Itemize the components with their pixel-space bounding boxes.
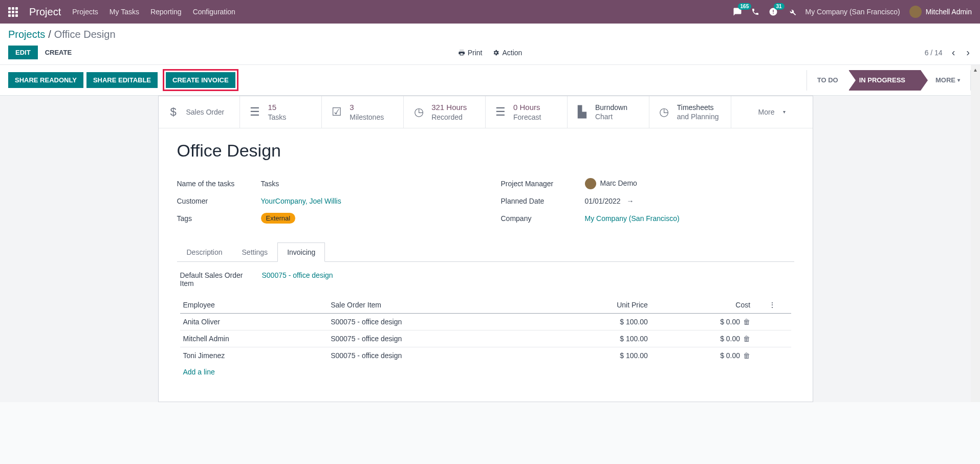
add-line-button[interactable]: Add a line [180, 364, 218, 380]
stat-tasks[interactable]: ☰ 15Tasks [240, 96, 322, 128]
value-company[interactable]: My Company (San Francisco) [585, 214, 794, 223]
stat-burndown-chart[interactable]: ▙ BurndownChart [568, 96, 649, 128]
invoicing-table: Employee Sale Order Item Unit Price Cost… [180, 297, 791, 364]
messages-count: 165 [738, 3, 752, 10]
action-bar-center: Print Action [458, 49, 522, 57]
tabs: Description Settings Invoicing [177, 242, 794, 262]
label-customer: Customer [177, 197, 261, 205]
trash-icon[interactable]: 🗑 [743, 335, 750, 343]
col-options[interactable]: ⋮ [753, 297, 791, 314]
stat-timesheets-planning[interactable]: ◷ Timesheetsand Planning [649, 96, 731, 128]
apps-icon[interactable] [8, 7, 18, 17]
form-sheet: $ Sales Order ☰ 15Tasks ☑ 3Milestones ◷ … [158, 96, 813, 402]
label-company: Company [501, 214, 585, 223]
value-name-tasks: Tasks [261, 180, 470, 188]
edit-button[interactable]: EDIT [8, 46, 38, 59]
company-selector[interactable]: My Company (San Francisco) [805, 8, 900, 16]
share-readonly-button[interactable]: SHARE READONLY [8, 72, 83, 88]
chart-icon: ▙ [576, 105, 589, 119]
col-employee: Employee [180, 297, 328, 314]
clock-icon: ◷ [412, 105, 425, 119]
clock-icon: ◷ [658, 105, 671, 119]
phone-icon[interactable] [751, 8, 759, 16]
top-navbar: Project Projects My Tasks Reporting Conf… [0, 0, 980, 24]
label-default-so-item: Default Sales Order Item [180, 271, 257, 288]
trash-icon[interactable]: 🗑 [743, 351, 750, 360]
user-name: Mitchell Admin [926, 8, 972, 16]
table-row[interactable]: Mitchell Admin S00075 - office design $ … [180, 330, 791, 347]
value-customer[interactable]: YourCompany, Joel Willis [261, 197, 470, 205]
forecast-icon: ☰ [494, 105, 507, 119]
nav-configuration[interactable]: Configuration [193, 8, 235, 16]
activity-count: 31 [774, 3, 785, 10]
status-bar: TO DO IN PROGRESS MORE [807, 70, 971, 91]
stat-buttons: $ Sales Order ☰ 15Tasks ☑ 3Milestones ◷ … [159, 96, 813, 128]
value-project-manager[interactable]: Marc Demo [585, 178, 794, 189]
nav-my-tasks[interactable]: My Tasks [110, 8, 139, 16]
action-bar: EDIT CREATE Print Action 6 / 14 ‹ › [0, 40, 980, 65]
tab-settings[interactable]: Settings [232, 242, 278, 261]
breadcrumb-bar: Projects / Office Design [0, 24, 980, 40]
trash-icon[interactable]: 🗑 [743, 318, 750, 326]
status-todo[interactable]: TO DO [807, 70, 849, 91]
breadcrumb: Projects / Office Design [8, 29, 972, 40]
nav-reporting[interactable]: Reporting [150, 8, 182, 16]
action-bar-right: 6 / 14 ‹ › [925, 47, 972, 58]
share-editable-button[interactable]: SHARE EDITABLE [86, 72, 158, 88]
create-button[interactable]: CREATE [45, 49, 72, 56]
stat-sales-order[interactable]: $ Sales Order [159, 96, 241, 128]
value-planned-date[interactable]: 01/01/2022 → [585, 197, 794, 205]
scroll-up-icon[interactable]: ▲ [971, 65, 980, 74]
gear-icon [492, 49, 499, 56]
pager-next-button[interactable]: › [964, 47, 972, 58]
activity-icon[interactable]: 31 [769, 7, 778, 16]
avatar-icon [585, 178, 596, 189]
value-default-so-item[interactable]: S00075 - office design [262, 271, 333, 279]
label-project-manager: Project Manager [501, 180, 585, 188]
create-invoice-button[interactable]: CREATE INVOICE [166, 72, 235, 88]
col-cost: Cost [651, 297, 753, 314]
create-invoice-highlight: CREATE INVOICE [163, 69, 238, 91]
label-planned-date: Planned Date [501, 197, 585, 205]
tab-pane-invoicing: Default Sales Order Item S00075 - office… [177, 262, 794, 389]
breadcrumb-projects[interactable]: Projects [8, 29, 45, 40]
tag-external[interactable]: External [261, 213, 296, 224]
nav-projects[interactable]: Projects [72, 8, 98, 16]
print-button[interactable]: Print [458, 49, 483, 57]
stat-more[interactable]: More [731, 96, 813, 128]
status-more[interactable]: MORE [921, 70, 971, 91]
col-unit-price: Unit Price [546, 297, 651, 314]
stat-hours-forecast[interactable]: ☰ 0 HoursForecast [486, 96, 568, 128]
navbar-right: 165 31 My Company (San Francisco) Mitche… [733, 6, 972, 18]
app-name[interactable]: Project [29, 6, 61, 18]
table-row[interactable]: Toni Jimenez S00075 - office design $ 10… [180, 347, 791, 364]
tasks-icon: ☰ [248, 105, 262, 119]
status-in-progress[interactable]: IN PROGRESS [849, 70, 921, 91]
tab-description[interactable]: Description [177, 242, 232, 261]
table-row[interactable]: Anita Oliver S00075 - office design $ 10… [180, 313, 791, 330]
arrow-right-icon: → [626, 197, 634, 205]
col-sale-order-item: Sale Order Item [328, 297, 546, 314]
label-tags: Tags [177, 214, 261, 223]
stat-hours-recorded[interactable]: ◷ 321 HoursRecorded [404, 96, 486, 128]
messages-icon[interactable]: 165 [733, 7, 742, 16]
stat-milestones[interactable]: ☑ 3Milestones [322, 96, 404, 128]
check-icon: ☑ [330, 105, 343, 119]
tab-invoicing[interactable]: Invoicing [277, 242, 325, 262]
dollar-icon: $ [167, 105, 180, 119]
navbar-left: Project Projects My Tasks Reporting Conf… [8, 6, 235, 18]
page-title: Office Design [177, 141, 794, 161]
user-avatar-icon [909, 6, 922, 18]
pager-prev-button[interactable]: ‹ [950, 47, 957, 58]
action-button[interactable]: Action [492, 49, 522, 57]
user-menu[interactable]: Mitchell Admin [909, 6, 972, 18]
label-name-tasks: Name of the tasks [177, 180, 261, 188]
tools-icon[interactable] [787, 7, 796, 16]
breadcrumb-current: Office Design [54, 29, 116, 40]
pager-count: 6 / 14 [925, 49, 943, 57]
vertical-scrollbar[interactable]: ▲ [971, 65, 980, 402]
print-icon [458, 49, 465, 56]
status-row: SHARE READONLY SHARE EDITABLE CREATE INV… [0, 65, 971, 96]
